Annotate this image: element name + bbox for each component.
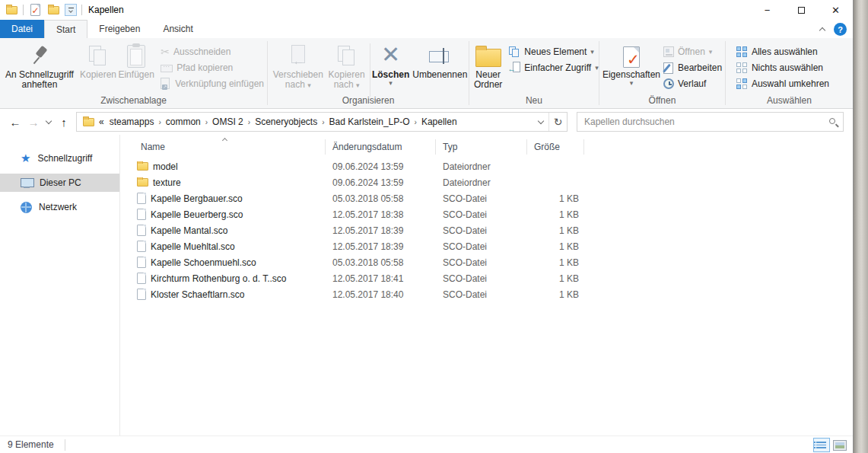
minimize-button[interactable]: − xyxy=(750,0,784,20)
tab-datei[interactable]: Datei xyxy=(0,20,44,38)
file-size: 1 KB xyxy=(527,257,584,268)
maximize-button[interactable] xyxy=(784,0,819,20)
breadcrumb-overflow[interactable]: « xyxy=(97,116,106,127)
easy-access-button[interactable]: ← Einfacher Zugriff ▾ xyxy=(505,59,601,75)
file-date: 12.05.2017 18:38 xyxy=(326,209,436,220)
file-row[interactable]: Kapelle Bergbauer.sco05.03.2018 05:58SCO… xyxy=(120,190,853,206)
breadcrumb-segment[interactable]: steamapps xyxy=(106,116,158,127)
status-separator xyxy=(65,439,65,451)
breadcrumb-segment[interactable]: common xyxy=(162,116,205,127)
qat-new-folder-button[interactable] xyxy=(46,3,60,17)
file-date: 12.05.2017 18:40 xyxy=(326,289,436,300)
column-header-size[interactable]: Größe xyxy=(527,139,584,155)
copy-to-button[interactable]: Kopieren nach ▾ xyxy=(324,40,370,91)
ribbon-group-clipboard: An Schnellzugriff anheften Kopieren Einf… xyxy=(0,38,267,108)
new-folder-button[interactable]: Neuer Ordner xyxy=(474,40,502,91)
file-icon xyxy=(137,241,146,252)
large-icons-view-button[interactable] xyxy=(833,440,847,451)
file-rows: model09.06.2024 13:59Dateiordnertexture0… xyxy=(120,158,853,302)
this-pc-monitor-icon xyxy=(21,178,33,188)
select-none-button[interactable]: Nichts auswählen xyxy=(733,59,832,75)
pin-to-quick-access-button[interactable]: An Schnellzugriff anheften xyxy=(0,40,79,91)
address-bar[interactable]: « steamapps›common›OMSI 2›Sceneryobjects… xyxy=(76,112,568,132)
explorer-window: ✓ Kapellen − ✕ Datei Start Freigeben Ans… xyxy=(0,0,854,453)
file-name: Kapelle Muehltal.sco xyxy=(120,241,326,252)
tab-start[interactable]: Start xyxy=(44,20,87,38)
file-name: Kirchturm Rothenburg o. d. T..sco xyxy=(120,273,326,284)
ribbon-tab-row: Datei Start Freigeben Ansicht ? xyxy=(0,20,853,38)
close-button[interactable]: ✕ xyxy=(819,0,853,20)
copy-button[interactable]: Kopieren xyxy=(79,40,117,91)
file-icon xyxy=(137,273,146,284)
file-row[interactable]: Kloster Schaeftlarn.sco12.05.2017 18:40S… xyxy=(120,286,853,302)
history-button[interactable]: Verlauf xyxy=(660,75,725,91)
file-row[interactable]: Kapelle Mantal.sco12.05.2017 18:39SCO-Da… xyxy=(120,222,853,238)
column-header-type[interactable]: Typ xyxy=(436,139,527,155)
file-size: 1 KB xyxy=(527,193,584,204)
open-icon xyxy=(663,46,674,57)
tab-freigeben[interactable]: Freigeben xyxy=(87,20,151,38)
item-count: 9 Elemente xyxy=(8,439,54,450)
tab-ansicht[interactable]: Ansicht xyxy=(151,20,204,38)
forward-button[interactable]: → xyxy=(24,113,43,131)
file-row[interactable]: Kapelle Schoenmuehl.sco05.03.2018 05:58S… xyxy=(120,254,853,270)
search-icon[interactable] xyxy=(829,118,835,124)
search-input[interactable] xyxy=(577,113,843,131)
invert-selection-button[interactable]: Auswahl umkehren xyxy=(733,75,832,91)
sidebar-item-dieser-pc[interactable]: Dieser PC xyxy=(0,174,119,192)
sidebar-item-schnellzugriff[interactable]: ★Schnellzugriff xyxy=(0,149,119,167)
edit-pencil-icon xyxy=(663,62,674,74)
select-all-button[interactable]: Alles auswählen xyxy=(733,43,832,59)
qat-properties-button[interactable]: ✓ xyxy=(28,3,42,17)
address-row: ← → ↑ « steamapps›common›OMSI 2›Sceneryo… xyxy=(0,109,853,135)
refresh-icon[interactable]: ↻ xyxy=(548,113,567,131)
new-item-icon xyxy=(508,46,520,58)
up-button[interactable]: ↑ xyxy=(55,113,73,131)
paste-icon xyxy=(127,45,145,68)
collapse-ribbon-icon[interactable] xyxy=(819,27,825,33)
help-icon[interactable]: ? xyxy=(834,23,847,36)
status-bar: 9 Elemente xyxy=(0,435,853,453)
move-to-button[interactable]: ← Verschieben nach ▾ xyxy=(272,40,324,91)
recent-locations-dropdown[interactable] xyxy=(43,113,55,131)
qat-separator xyxy=(23,5,24,15)
select-all-icon xyxy=(736,46,748,58)
edit-button[interactable]: Bearbeiten xyxy=(660,59,725,75)
file-row[interactable]: Kirchturm Rothenburg o. d. T..sco12.05.2… xyxy=(120,270,853,286)
group-label-select: Auswählen xyxy=(726,95,853,106)
breadcrumb-segment[interactable]: Bad Karlstein_LP-O xyxy=(326,116,414,127)
file-name: Kapelle Beuerberg.sco xyxy=(120,209,326,220)
paste-button[interactable]: Einfügen xyxy=(117,40,155,91)
file-size: 1 KB xyxy=(527,209,584,220)
cut-button[interactable]: ✂ Ausschneiden xyxy=(157,43,267,59)
file-row[interactable]: Kapelle Muehltal.sco12.05.2017 18:39SCO-… xyxy=(120,238,853,254)
new-item-button[interactable]: Neues Element ▾ xyxy=(505,43,601,59)
window-controls: − ✕ xyxy=(750,0,853,20)
file-row[interactable]: Kapelle Beuerberg.sco12.05.2017 18:38SCO… xyxy=(120,206,853,222)
file-type: SCO-Datei xyxy=(436,289,527,300)
rename-icon xyxy=(428,43,452,68)
column-header-date[interactable]: Änderungsdatum xyxy=(326,139,436,155)
copy-path-button[interactable]: Pfad kopieren xyxy=(157,59,267,75)
open-button[interactable]: Öffnen ▾ xyxy=(660,43,725,59)
breadcrumb-segment[interactable]: Kapellen xyxy=(418,116,461,127)
file-row[interactable]: texture09.06.2024 13:59Dateiordner xyxy=(120,174,853,190)
quick-access-star-icon: ★ xyxy=(21,152,30,164)
file-row[interactable]: model09.06.2024 13:59Dateiordner xyxy=(120,158,853,174)
address-history-dropdown[interactable] xyxy=(533,116,548,127)
details-view-button[interactable] xyxy=(813,438,830,452)
qat-customize-dropdown[interactable] xyxy=(65,4,77,16)
breadcrumb-segment[interactable]: Sceneryobjects xyxy=(251,116,321,127)
file-icon xyxy=(137,209,146,220)
file-name: Kapelle Bergbauer.sco xyxy=(120,193,326,204)
rename-button[interactable]: Umbenennen xyxy=(412,40,469,91)
back-button[interactable]: ← xyxy=(6,113,24,131)
paste-shortcut-button[interactable]: ↗ Verknüpfung einfügen xyxy=(157,75,267,91)
sidebar-item-netzwerk[interactable]: Netzwerk xyxy=(0,198,119,216)
delete-button[interactable]: ✕ Löschen ▾ xyxy=(370,40,412,91)
file-date: 12.05.2017 18:41 xyxy=(326,273,436,284)
invert-selection-icon xyxy=(736,78,748,90)
sidebar-item-label: Netzwerk xyxy=(39,202,77,212)
breadcrumb-segment[interactable]: OMSI 2 xyxy=(208,116,247,127)
properties-button[interactable]: ✓ Eigenschaften ▾ xyxy=(603,40,660,91)
